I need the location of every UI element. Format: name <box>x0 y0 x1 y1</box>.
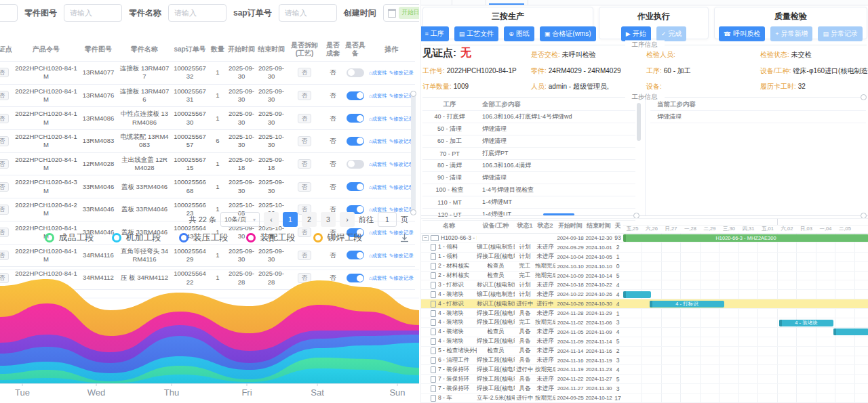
gantt-row[interactable]: 8 - 车 立车-2.5米(核电制造部) 进行中 按期完成 2024-09-25… <box>421 394 868 403</box>
gantt-row[interactable]: 7 - 装保持环 焊接工段(核电制造部) 具备 未进序 2024-11-22 2… <box>421 375 868 384</box>
set-link[interactable]: ⌂成套性 <box>369 138 387 144</box>
gantt-row[interactable]: 4 - 装堵块 焊接工段(核电制造部) 具备 未进序 2024-11-28 20… <box>421 309 868 318</box>
legend-item[interactable]: 机加工段 <box>112 232 161 244</box>
filter-input-2[interactable]: 请输入 <box>279 4 337 22</box>
split-chip[interactable]: 否 <box>298 114 312 123</box>
gantt-row[interactable]: 4 - 装堵块 检查员 具备 未进序 2024-11-05 2024-11-09… <box>421 328 868 337</box>
gantt-bar[interactable]: 4 - 装堵块 <box>779 320 833 326</box>
legend-item[interactable]: 成品工段 <box>45 232 94 244</box>
drawing-button[interactable]: ⊕图纸 <box>504 26 534 41</box>
gantt-bar[interactable]: 4 - 打标识 <box>650 301 724 307</box>
filter-input-1[interactable]: 请输入 <box>168 4 226 22</box>
gantt-row[interactable]: −H1020-66-3 - MHZ2AE300 2024-09-18 2024-… <box>421 234 868 243</box>
modify-link[interactable]: ✎修改记录 <box>389 70 414 76</box>
split-chip[interactable]: 否 <box>298 136 312 146</box>
step-row[interactable]: 70 - PT打底焊PT <box>422 148 635 160</box>
record-button[interactable]: ▤异常记录 <box>818 26 863 41</box>
modify-link[interactable]: ✎修改记录 <box>389 253 414 259</box>
certificate-button[interactable]: ▣合格证(wms) <box>540 26 596 41</box>
set-link[interactable]: ⌂成套性 <box>369 253 387 259</box>
modify-link[interactable]: ✎修改记录 <box>389 184 414 190</box>
gantt-row[interactable]: 5 - 检查堵块外径 检查员 具备 未进序 2024-11-14 2024-11… <box>421 347 868 356</box>
split-chip[interactable]: 否 <box>298 182 312 192</box>
legend-item[interactable]: 装压工段 <box>179 232 229 244</box>
gantt-row[interactable]: 2 - 材料核实 检查员 完工 拖期完成 2024-10-09 2024-10-… <box>421 272 868 281</box>
gantt-row[interactable]: 1 - 领料 铆工(核电制造部) 计划 未进序 2024-09-29 2024-… <box>421 243 868 253</box>
set-link[interactable]: ⌂成套性 <box>369 116 387 122</box>
ready-toggle[interactable] <box>347 137 364 146</box>
horizontal-splitter[interactable] <box>421 215 868 216</box>
create-time-range-picker[interactable]: 开始日期 - 结束日期 <box>383 4 419 22</box>
witness-chip[interactable]: 否 <box>0 251 9 260</box>
step-row[interactable]: 110 - MT1-4焊缝MT <box>422 196 635 209</box>
download-icon[interactable] <box>399 233 410 246</box>
step-row[interactable]: 100 - 检查1-4号焊缝目视检查 <box>422 184 635 196</box>
filter-input-0[interactable]: 请输入 <box>64 4 122 22</box>
steps-scrollbar[interactable] <box>637 103 641 141</box>
witness-chip[interactable]: 否 <box>0 114 9 123</box>
legend-item[interactable]: 铆焊工段 <box>313 232 363 244</box>
gantt-row[interactable]: 1 - 领料 焊接工段(核电制造部) 计划 未进序 2024-10-04 202… <box>421 253 868 262</box>
prev-page-button[interactable]: ‹ <box>264 212 279 227</box>
ready-toggle[interactable] <box>347 182 364 191</box>
set-link[interactable]: ⌂成套性 <box>369 93 387 99</box>
finish-button[interactable]: ✓完成 <box>656 26 687 41</box>
gantt-row[interactable]: 7 - 装保持环 焊接工段(核电制造部) 具备 未进序 2024-11-27 2… <box>421 384 868 394</box>
start-button[interactable]: ▶开始 <box>621 26 651 41</box>
split-chip[interactable]: 否 <box>298 91 312 100</box>
gantt-row[interactable]: 4 - 装堵块 焊接工段(核电制造部) 完工 按期完成 2024-11-02 2… <box>421 318 868 328</box>
ready-toggle[interactable] <box>347 114 364 123</box>
step-row[interactable]: 60 - 加工焊缝清理 <box>422 135 635 148</box>
set-link[interactable]: ⌂成套性 <box>369 161 387 167</box>
gantt-row[interactable]: 7 - 装保持环 焊接工段(核电制造部) 进行中 按期完成 2024-11-19… <box>421 365 868 375</box>
collapse-icon[interactable]: − <box>422 235 429 241</box>
ready-toggle[interactable] <box>347 160 364 169</box>
modify-link[interactable]: ✎修改记录 <box>389 138 414 144</box>
tab-stub[interactable] <box>452 0 486 5</box>
step-row[interactable]: 50 - 清理焊缝清理 <box>422 123 635 135</box>
page-button-2[interactable]: 2 <box>302 212 317 227</box>
start-date-placeholder[interactable]: 开始日期 <box>399 7 419 19</box>
page-button-3[interactable]: 3 <box>321 212 336 227</box>
page-size-select[interactable]: 10条/页 ▾ <box>220 212 260 227</box>
goto-page-input[interactable]: 1 <box>378 212 397 227</box>
list-button[interactable]: ≡工序 <box>420 26 449 41</box>
witness-chip[interactable]: 否 <box>0 91 9 100</box>
gantt-row[interactable]: 4 - 装堵块 铆工(核电制造部) 计划 未进序 2024-10-22 2024… <box>421 290 868 299</box>
split-chip[interactable]: 否 <box>298 251 312 260</box>
gantt-bar[interactable] <box>623 291 651 298</box>
witness-chip[interactable]: 否 <box>0 182 9 192</box>
witness-chip[interactable]: 否 <box>0 136 9 146</box>
cut-filter-input[interactable] <box>0 4 18 22</box>
set-link[interactable]: ⌂成套性 <box>369 70 387 76</box>
gantt-row[interactable]: 6 - 清理工件 焊接工段(核电制造部) 具备 未进序 2024-11-16 2… <box>421 356 868 366</box>
gantt-bar[interactable] <box>833 328 868 335</box>
next-page-button[interactable]: › <box>340 212 355 227</box>
page-button-1[interactable]: 1 <box>283 212 298 227</box>
modify-link[interactable]: ✎修改记录 <box>389 161 414 167</box>
split-chip[interactable]: 否 <box>298 68 312 77</box>
call-button[interactable]: ☎呼叫质检 <box>719 26 765 41</box>
tab-stub[interactable] <box>421 0 452 5</box>
drag-handle[interactable] <box>861 94 867 100</box>
ready-toggle[interactable] <box>347 251 364 259</box>
add-button[interactable]: +异常新增 <box>770 26 812 41</box>
file-button[interactable]: ▤工艺文件 <box>454 26 499 41</box>
ready-toggle[interactable] <box>347 68 364 77</box>
witness-chip[interactable]: 否 <box>0 68 9 77</box>
gantt-row[interactable]: 4 - 装堵块 焊接工段(核电制造部) 具备 未进序 2024-11-09 20… <box>421 337 868 347</box>
step-row[interactable]: 80 - 满焊106.3和106.4满焊 <box>422 160 635 172</box>
left-scrollbar[interactable] <box>411 93 416 211</box>
witness-chip[interactable]: 否 <box>0 159 9 169</box>
witness-chip[interactable]: 否 <box>0 205 9 214</box>
set-link[interactable]: ⌂成套性 <box>369 184 387 190</box>
drag-handle[interactable] <box>410 91 416 97</box>
legend-item[interactable]: 装配工段 <box>246 232 296 244</box>
drag-handle[interactable] <box>410 209 416 215</box>
step-row[interactable]: 90 - 清理焊缝清理 <box>422 172 635 184</box>
ready-toggle[interactable] <box>347 91 364 100</box>
step-row[interactable]: 40 - 打底焊106.3和106.4打底焊1-4号焊缝wd <box>422 111 635 123</box>
gantt-bar[interactable]: H1020-66-3 - MHZ2AE300 <box>623 234 868 242</box>
modify-link[interactable]: ✎修改记录 <box>389 116 414 122</box>
split-chip[interactable]: 否 <box>298 159 312 169</box>
